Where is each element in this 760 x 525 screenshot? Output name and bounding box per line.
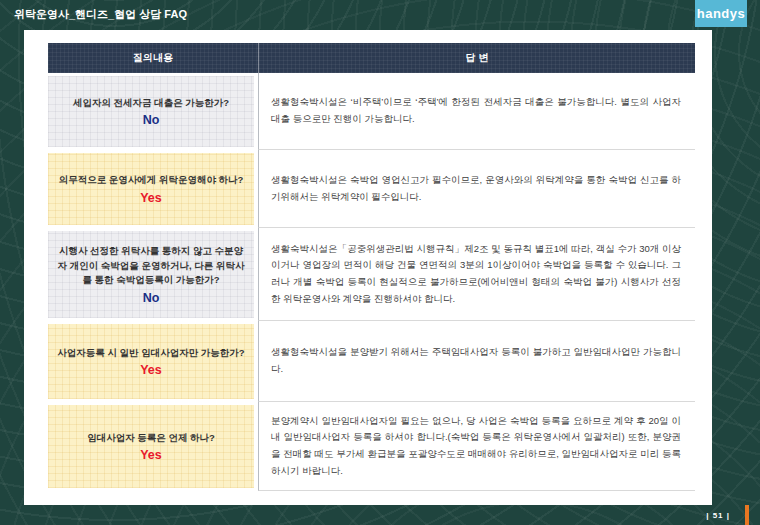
- verdict-label: No: [143, 113, 160, 127]
- faq-row: 세입자의 전세자금 대출은 가능한가? No 생활형숙박시설은 ‘비주택’이므로…: [48, 73, 695, 150]
- verdict-label: Yes: [140, 191, 162, 205]
- question-cell: 세입자의 전세자금 대출은 가능한가? No: [48, 73, 258, 150]
- page-number: | 51 |: [706, 511, 730, 520]
- header-answer-column: 답 변: [258, 43, 695, 73]
- question-text: 시행사 선정한 위탁사를 통하지 않고 수분양자 개인이 숙박업을 운영하거나,…: [56, 244, 246, 288]
- content-panel: 질의내용 답 변 세입자의 전세자금 대출은 가능한가? No 생활형숙박시설은…: [24, 30, 712, 505]
- question-text: 세입자의 전세자금 대출은 가능한가?: [73, 96, 229, 111]
- faq-row: 시행사 선정한 위탁사를 통하지 않고 수분양자 개인이 숙박업을 운영하거나,…: [48, 228, 695, 321]
- answer-text: 생활형숙박시설은 숙박업 영업신고가 필수이므로, 운영사와의 위탁계약을 통한…: [271, 172, 681, 205]
- header-question-column: 질의내용: [48, 43, 258, 73]
- question-cell: 시행사 선정한 위탁사를 통하지 않고 수분양자 개인이 숙박업을 운영하거나,…: [48, 228, 258, 321]
- verdict-label: Yes: [140, 448, 162, 462]
- question-cell: 의무적으로 운영사에게 위탁운영해야 하나? Yes: [48, 150, 258, 228]
- handys-logo: handys: [695, 0, 747, 27]
- answer-text: 생활형숙박시설은 ‘비주택’이므로 ‘주택’에 한정된 전세자금 대출은 불가능…: [271, 94, 681, 127]
- question-text: 의무적으로 운영사에게 위탁운영해야 하나?: [59, 173, 244, 188]
- answer-text: 생활형숙박시설을 분양받기 위해서는 주택임대사업자 등록이 불가하고 일반임대…: [271, 344, 681, 377]
- answer-cell: 분양계약시 일반임대사업자일 필요는 없으나, 당 사업은 숙박업 등록을 요하…: [258, 402, 695, 491]
- question-text: 사업자등록 시 일반 임대사업자만 가능한가?: [57, 346, 244, 361]
- answer-cell: 생활형숙박시설은 ‘비주택’이므로 ‘주택’에 한정된 전세자금 대출은 불가능…: [258, 73, 695, 150]
- answer-cell: 생활숙박시설은「공중위생관리법 시행규칙」제2조 및 동규칙 별표1에 따라, …: [258, 228, 695, 321]
- answer-text: 분양계약시 일반임대사업자일 필요는 없으나, 당 사업은 숙박업 등록을 요하…: [271, 413, 681, 480]
- question-cell: 임대사업자 등록은 언제 하나? Yes: [48, 402, 258, 491]
- verdict-label: Yes: [140, 363, 162, 377]
- question-text: 임대사업자 등록은 언제 하나?: [87, 431, 215, 446]
- accent-bar: [745, 505, 749, 525]
- verdict-label: No: [143, 291, 160, 305]
- answer-cell: 생활형숙박시설을 분양받기 위해서는 주택임대사업자 등록이 불가하고 일반임대…: [258, 321, 695, 402]
- answer-text: 생활숙박시설은「공중위생관리법 시행규칙」제2조 및 동규칙 별표1에 따라, …: [271, 241, 681, 308]
- question-cell: 사업자등록 시 일반 임대사업자만 가능한가? Yes: [48, 321, 258, 402]
- faq-row: 임대사업자 등록은 언제 하나? Yes 분양계약시 일반임대사업자일 필요는 …: [48, 402, 695, 491]
- table-header-row: 질의내용 답 변: [48, 43, 695, 73]
- faq-row: 의무적으로 운영사에게 위탁운영해야 하나? Yes 생활형숙박시설은 숙박업 …: [48, 150, 695, 228]
- faq-row: 사업자등록 시 일반 임대사업자만 가능한가? Yes 생활형숙박시설을 분양받…: [48, 321, 695, 402]
- slide-title: 위탁운영사_핸디즈_협업 상담 FAQ: [14, 7, 187, 22]
- faq-table: 질의내용 답 변 세입자의 전세자금 대출은 가능한가? No 생활형숙박시설은…: [48, 43, 695, 491]
- answer-cell: 생활형숙박시설은 숙박업 영업신고가 필수이므로, 운영사와의 위탁계약을 통한…: [258, 150, 695, 228]
